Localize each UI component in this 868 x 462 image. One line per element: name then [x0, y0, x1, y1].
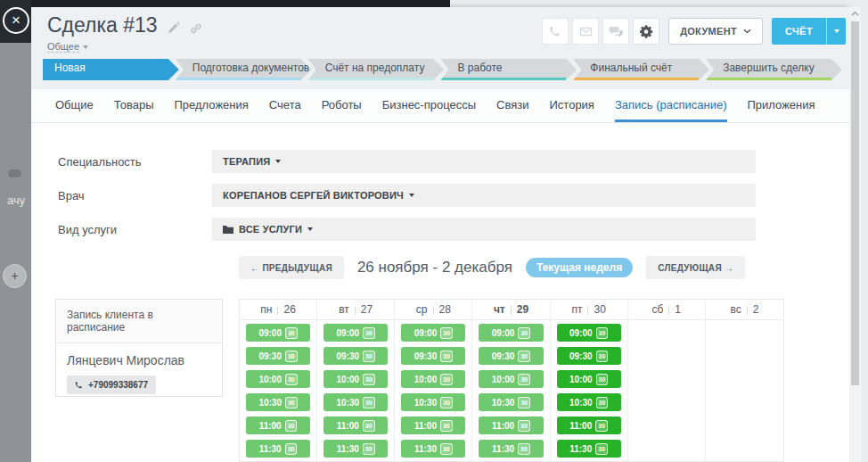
- time-slot-button[interactable]: 11:0030: [246, 417, 310, 434]
- slot-time-label: 10:00: [414, 375, 438, 384]
- time-slot-button[interactable]: 11:0030: [557, 417, 621, 434]
- time-slot-button[interactable]: 09:3030: [401, 347, 465, 365]
- day-separator: [511, 306, 512, 315]
- slot-duration-badge: 30: [285, 420, 298, 432]
- client-phone-button[interactable]: +79099338677: [67, 375, 156, 394]
- field-value-dropdown[interactable]: ТЕРАПИЯ: [212, 150, 756, 173]
- stage-label: Счёт на предоплату: [308, 59, 445, 78]
- phone-icon: [75, 381, 84, 390]
- scrollbar[interactable]: [849, 7, 861, 462]
- day-date: 29: [517, 303, 528, 316]
- chevron-down-icon: [275, 160, 281, 163]
- field-value-dropdown[interactable]: ВСЕ УСЛУГИ: [212, 218, 756, 241]
- time-slot-button[interactable]: 09:0030: [323, 324, 388, 342]
- slot-duration-badge: 30: [596, 327, 609, 339]
- tab-роботы[interactable]: Роботы: [322, 89, 362, 122]
- field-label: Врач: [31, 189, 212, 202]
- time-slot-button[interactable]: 10:0030: [401, 370, 465, 388]
- tab-приложения[interactable]: Приложения: [748, 89, 815, 122]
- slot-duration-badge: 30: [518, 443, 530, 455]
- time-slot-button[interactable]: 10:3030: [401, 393, 465, 411]
- time-slot-button[interactable]: 10:0030: [323, 370, 388, 388]
- stage-4[interactable]: В работе: [440, 59, 577, 80]
- stage-2[interactable]: Подготовка документов: [176, 59, 312, 80]
- time-slot-button[interactable]: 11:0030: [479, 417, 543, 434]
- time-slot-button[interactable]: 11:3030: [479, 440, 543, 458]
- day-name: вс: [730, 303, 741, 316]
- chat-icon[interactable]: [602, 18, 629, 45]
- time-slot-button[interactable]: 11:3030: [401, 440, 465, 458]
- slot-time-label: 10:30: [492, 398, 515, 408]
- stage-6[interactable]: Завершить сделку: [706, 59, 842, 80]
- day-date: 27: [361, 303, 373, 316]
- slot-time-label: 09:30: [569, 351, 593, 361]
- tab-общие[interactable]: Общие: [55, 89, 94, 122]
- background-add-button[interactable]: +: [3, 264, 27, 288]
- time-slot-button[interactable]: 09:0030: [401, 324, 465, 342]
- time-slot-button[interactable]: 11:3030: [557, 440, 621, 458]
- edit-title-icon[interactable]: [168, 22, 179, 34]
- time-slot-button[interactable]: 09:3030: [323, 347, 388, 365]
- invoice-button[interactable]: СЧЁТ: [772, 18, 846, 45]
- time-slot-button[interactable]: 10:0030: [246, 370, 310, 388]
- link-icon[interactable]: [190, 22, 202, 35]
- field-value-dropdown[interactable]: КОРЕПАНОВ СЕРГЕЙ ВИКТОРОВИЧ: [212, 184, 756, 207]
- slot-duration-badge: 30: [440, 443, 453, 455]
- slot-time-label: 09:30: [337, 351, 360, 361]
- time-slot-button[interactable]: 09:3030: [246, 347, 310, 365]
- day-date: 28: [439, 303, 451, 316]
- next-week-button[interactable]: СЛЕДУЮЩАЯ →: [646, 256, 745, 279]
- schedule-table: пн26вт27ср28чт29пт30сб1вс2 09:003009:303…: [239, 299, 784, 462]
- time-slot-button[interactable]: 09:0030: [246, 324, 310, 342]
- time-slot-button[interactable]: 10:3030: [557, 393, 621, 411]
- scroll-up-icon[interactable]: [851, 10, 859, 18]
- close-slider-button[interactable]: ×: [3, 7, 29, 34]
- slot-duration-badge: 30: [518, 327, 530, 339]
- slot-duration-badge: 30: [518, 374, 530, 385]
- time-slot-button[interactable]: 09:0030: [479, 324, 543, 342]
- stage-5[interactable]: Финальный счёт: [573, 59, 709, 80]
- tab-предложения[interactable]: Предложения: [174, 89, 248, 122]
- prev-week-button[interactable]: ← ПРЕДЫДУЩАЯ: [239, 256, 344, 279]
- slot-duration-badge: 30: [363, 443, 375, 455]
- invoice-dropdown-caret[interactable]: [826, 18, 846, 45]
- tab-бизнес-процессы[interactable]: Бизнес-процессы: [382, 89, 476, 122]
- scrollbar-thumb[interactable]: [851, 21, 859, 385]
- slot-duration-badge: 30: [518, 397, 530, 408]
- slot-duration-badge: 30: [363, 351, 375, 362]
- phone-icon[interactable]: [542, 18, 569, 45]
- background-top-strip: [31, 0, 450, 7]
- gear-icon[interactable]: [633, 18, 659, 45]
- slot-duration-badge: 30: [285, 374, 298, 385]
- tab-запись-расписание-[interactable]: Запись (расписание): [615, 89, 727, 122]
- day-column-ср: 09:003009:303010:003010:303011:003011:30…: [395, 320, 472, 461]
- tab-счета[interactable]: Счета: [269, 89, 301, 122]
- day-name: пн: [260, 303, 272, 316]
- time-slot-button[interactable]: 11:3030: [246, 440, 310, 458]
- current-week-badge: Текущая неделя: [526, 258, 633, 277]
- mail-icon[interactable]: [572, 18, 599, 45]
- day-separator: [668, 306, 669, 315]
- time-slot-button[interactable]: 11:0030: [323, 417, 388, 434]
- time-slot-button[interactable]: 09:0030: [557, 324, 621, 342]
- tab-история[interactable]: История: [550, 89, 594, 122]
- day-separator: [433, 306, 434, 315]
- stage-1[interactable]: Новая: [43, 59, 179, 80]
- tab-товары[interactable]: Товары: [114, 89, 154, 122]
- time-slot-button[interactable]: 10:3030: [323, 393, 388, 411]
- time-slot-button[interactable]: 10:3030: [479, 393, 543, 411]
- slot-time-label: 09:30: [414, 351, 438, 361]
- time-slot-button[interactable]: 11:0030: [401, 417, 465, 434]
- time-slot-button[interactable]: 10:0030: [479, 370, 543, 388]
- document-button[interactable]: ДОКУМЕНТ: [668, 18, 763, 45]
- time-slot-button[interactable]: 10:3030: [246, 393, 310, 411]
- deal-type-selector[interactable]: Общее: [47, 41, 88, 53]
- tab-связи[interactable]: Связи: [496, 89, 528, 122]
- time-slot-button[interactable]: 10:0030: [557, 370, 621, 388]
- slot-time-label: 11:30: [414, 444, 437, 454]
- stage-3[interactable]: Счёт на предоплату: [308, 59, 445, 80]
- slot-time-label: 11:30: [569, 444, 592, 454]
- time-slot-button[interactable]: 09:3030: [479, 347, 543, 365]
- time-slot-button[interactable]: 11:3030: [323, 440, 388, 458]
- time-slot-button[interactable]: 09:3030: [557, 347, 621, 365]
